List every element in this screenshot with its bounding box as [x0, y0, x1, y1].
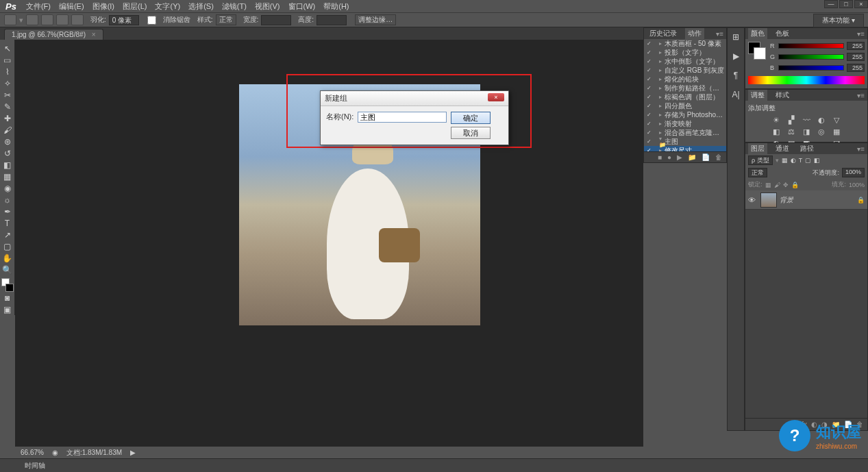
styles-tab[interactable]: 样式 [773, 90, 792, 101]
filter-adjust-icon[interactable]: ◐ [791, 157, 796, 164]
filter-shape-icon[interactable]: ▢ [805, 157, 811, 164]
channel-mixer-icon[interactable]: ▦ [832, 127, 841, 136]
document-tab[interactable]: 1.jpg @ 66.7%(RGB/8#) × [4, 29, 103, 40]
menu-view[interactable]: 视图(V) [251, 1, 284, 12]
intersect-selection-icon[interactable] [71, 14, 84, 25]
strip-icon-4[interactable]: A| [730, 88, 742, 101]
g-value[interactable]: 255 [847, 53, 865, 61]
menu-layer[interactable]: 图层(L) [119, 1, 151, 12]
menu-filter[interactable]: 滤镜(T) [218, 1, 251, 12]
workspace-switcher[interactable]: 基本功能 ▾ [813, 14, 864, 27]
ok-button[interactable]: 确定 [451, 112, 491, 124]
lock-pos-icon[interactable]: ✥ [783, 182, 789, 188]
screenmode-tool[interactable]: ▣ [1, 303, 14, 315]
menu-file[interactable]: 文件(F) [22, 1, 55, 12]
layer-list[interactable]: 👁 背景 🔒 [745, 190, 867, 418]
gradient-tool[interactable]: ▦ [1, 171, 14, 182]
exposure-icon[interactable]: ◐ [817, 116, 826, 125]
menu-edit[interactable]: 编辑(E) [55, 1, 88, 12]
play-icon[interactable]: ▶ [677, 153, 682, 161]
lock-paint-icon[interactable]: 🖌 [774, 182, 780, 188]
hand-tool[interactable]: ✋ [1, 252, 14, 264]
minimize-button[interactable]: — [824, 0, 838, 8]
adjustments-tab[interactable]: 调整 [748, 90, 767, 101]
g-slider[interactable] [778, 54, 844, 60]
r-slider[interactable] [778, 43, 844, 49]
healing-tool[interactable]: ✚ [1, 112, 14, 124]
antialias-checkbox[interactable] [147, 16, 156, 25]
filter-pixel-icon[interactable]: ▦ [782, 157, 788, 164]
doc-size[interactable]: 文档:1.83M/1.83M [66, 448, 122, 458]
stop-icon[interactable]: ■ [658, 153, 662, 161]
shape-tool[interactable]: ▢ [1, 240, 14, 252]
new-set-icon[interactable]: 📁 [688, 153, 696, 161]
menu-select[interactable]: 选择(S) [184, 1, 218, 12]
layer-row-background[interactable]: 👁 背景 🔒 [745, 190, 867, 210]
strip-icon-2[interactable]: ▶ [730, 50, 742, 62]
hue-icon[interactable]: ◧ [771, 127, 781, 136]
history-brush-tool[interactable]: ↺ [1, 147, 14, 159]
blur-tool[interactable]: ◉ [1, 182, 14, 194]
brush-tool[interactable]: 🖌 [1, 124, 14, 136]
menu-type[interactable]: 文字(Y) [151, 1, 184, 12]
quickmask-tool[interactable]: ◙ [1, 292, 14, 303]
zoom-tool[interactable]: 🔍 [1, 264, 14, 275]
strip-icon-1[interactable]: ⊞ [730, 31, 742, 43]
layer-thumbnail[interactable] [760, 192, 777, 208]
color-swatches[interactable] [1, 278, 14, 292]
b-slider[interactable] [778, 65, 844, 71]
new-action-icon[interactable]: 📄 [702, 153, 710, 161]
channels-tab[interactable]: 通道 [773, 143, 792, 154]
dialog-close-icon[interactable]: × [488, 93, 504, 101]
eraser-tool[interactable]: ◧ [1, 159, 14, 171]
status-info-icon[interactable]: ◉ [52, 449, 58, 456]
panel-menu-icon[interactable]: ▾≡ [857, 30, 865, 38]
status-caret-icon[interactable]: ▶ [130, 449, 136, 456]
zoom-level[interactable]: 66.67% [21, 449, 44, 456]
lasso-tool[interactable]: ⌇ [1, 66, 14, 77]
close-button[interactable]: × [854, 0, 868, 8]
blend-mode-select[interactable]: 正常 [748, 168, 767, 177]
name-input[interactable] [358, 112, 447, 123]
brightness-icon[interactable]: ☀ [771, 116, 781, 125]
colorbalance-icon[interactable]: ⚖ [786, 127, 796, 136]
color-spectrum[interactable] [748, 76, 865, 84]
history-tab[interactable]: 历史记录 [647, 28, 680, 39]
visibility-icon[interactable]: 👁 [748, 196, 758, 204]
photo-filter-icon[interactable]: ◎ [817, 127, 826, 136]
style-select[interactable]: 正常 [216, 14, 236, 25]
filter-type-icon[interactable]: T [799, 157, 803, 164]
feather-input[interactable]: 0 像素 [109, 15, 139, 25]
maximize-button[interactable]: □ [839, 0, 853, 8]
height-input[interactable] [317, 15, 347, 25]
r-value[interactable]: 255 [847, 42, 865, 50]
levels-icon[interactable]: ▞ [786, 116, 796, 125]
record-icon[interactable]: ● [667, 153, 671, 161]
cancel-button[interactable]: 取消 [451, 127, 491, 139]
document-tab-close-icon[interactable]: × [92, 31, 96, 38]
menu-image[interactable]: 图像(I) [88, 1, 119, 12]
b-value[interactable]: 255 [847, 64, 865, 72]
actions-list[interactable]: ✓▸木质画框 - 50 像素 ✓▸投影（文字） ✓▸水中倒影（文字） ✓▸自定义… [644, 39, 726, 151]
curves-icon[interactable]: 〰 [802, 116, 811, 125]
layer-kind-filter[interactable]: ρ 类型 [748, 156, 773, 165]
move-tool[interactable]: ↖ [1, 42, 14, 54]
bw-icon[interactable]: ◨ [802, 127, 811, 136]
eyedropper-tool[interactable]: ✎ [1, 101, 14, 112]
dodge-tool[interactable]: ☼ [1, 194, 14, 206]
pen-tool[interactable]: ✒ [1, 206, 14, 217]
new-selection-icon[interactable] [26, 14, 38, 25]
width-input[interactable] [261, 15, 291, 25]
refine-edge-button[interactable]: 调整边缘… [355, 14, 396, 25]
color-swatch-pair[interactable] [748, 42, 766, 60]
background-swatch[interactable] [5, 284, 14, 292]
actions-tab[interactable]: 动作 [685, 28, 704, 39]
stamp-tool[interactable]: ⊛ [1, 136, 14, 147]
layer-name[interactable]: 背景 [780, 195, 854, 205]
lock-all-icon[interactable]: 🔒 [791, 182, 799, 188]
strip-icon-3[interactable]: ¶ [730, 69, 742, 82]
marquee-tool[interactable]: ▭ [1, 54, 14, 66]
crop-tool[interactable]: ✂ [1, 89, 14, 101]
panel-menu-icon[interactable]: ▾≡ [857, 92, 865, 99]
menu-help[interactable]: 帮助(H) [319, 1, 353, 12]
